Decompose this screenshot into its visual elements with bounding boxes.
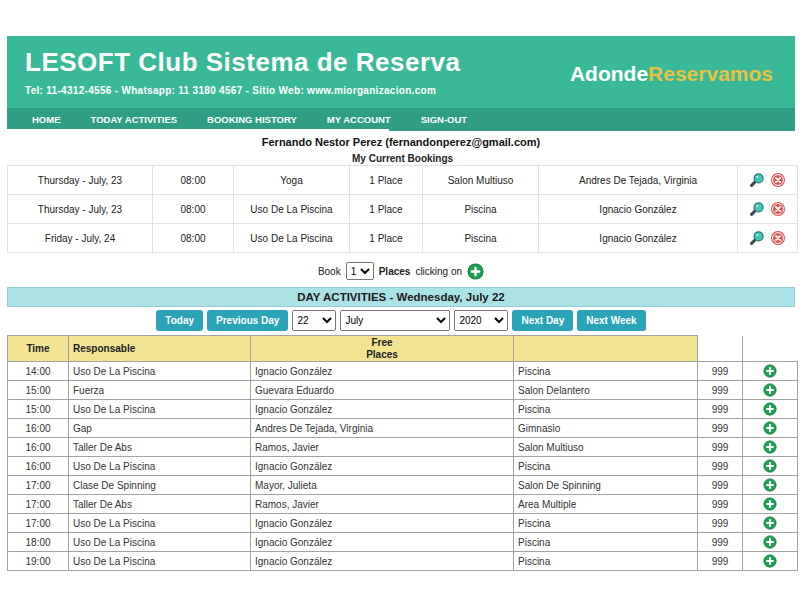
booking-responsible: Ignacio González (539, 195, 738, 224)
booking-location: Piscina (423, 224, 539, 253)
booking-activity: Uso De La Piscina (234, 224, 350, 253)
activity-row: 19:00 Uso De La Piscina Ignacio González… (8, 552, 798, 571)
activity-location: Piscina (514, 400, 698, 419)
nav-item-my-account[interactable]: MY ACCOUNT (312, 114, 406, 125)
booking-location: Piscina (423, 195, 539, 224)
activity-time: 15:00 (8, 381, 69, 400)
green-plus-circle-icon (763, 364, 777, 378)
activity-name: Uso De La Piscina (69, 457, 251, 476)
red-x-circle-icon (770, 230, 786, 246)
activity-responsible: Ignacio González (251, 552, 514, 571)
activity-name: Taller De Abs (69, 438, 251, 457)
activity-responsible: Guevara Eduardo (251, 381, 514, 400)
activity-book-cell (743, 457, 798, 476)
nav-item-today-activities[interactable]: TODAY ACTIVITIES (76, 114, 193, 125)
day-activities-title: DAY ACTIVITIES - Wednesday, July 22 (7, 287, 795, 307)
bookings-title: My Current Bookings (8, 152, 798, 166)
free-label-line1: Free (371, 337, 392, 348)
activity-location: Piscina (514, 514, 698, 533)
activity-row: 17:00 Taller De Abs Ramos, Javier Area M… (8, 495, 798, 514)
previous-day-button[interactable]: Previous Day (207, 310, 288, 331)
activity-location: Gimnasio (514, 419, 698, 438)
cancel-booking-button[interactable] (770, 230, 786, 246)
activity-location: Piscina (514, 552, 698, 571)
nav-underline (7, 129, 389, 131)
booking-places: 1 Place (350, 195, 423, 224)
book-activity-button[interactable] (763, 364, 777, 378)
activity-responsible: Mayor, Julieta (251, 476, 514, 495)
activity-location: Piscina (514, 533, 698, 552)
book-activity-button[interactable] (763, 535, 777, 549)
booking-places: 1 Place (350, 224, 423, 253)
cancel-booking-button[interactable] (770, 172, 786, 188)
view-booking-button[interactable] (749, 172, 765, 188)
book-activity-button[interactable] (763, 478, 777, 492)
column-header-blank-free-count (698, 336, 743, 362)
booking-places: 1 Place (350, 166, 423, 195)
activity-name: Uso De La Piscina (69, 400, 251, 419)
book-activity-button[interactable] (763, 421, 777, 435)
book-activity-button[interactable] (763, 497, 777, 511)
book-activity-button[interactable] (763, 440, 777, 454)
booking-activity: Uso De La Piscina (234, 195, 350, 224)
booking-location: Salon Multiuso (423, 166, 539, 195)
next-week-button[interactable]: Next Week (577, 310, 645, 331)
activity-location: Salon Multiuso (514, 438, 698, 457)
booking-responsible: Ignacio González (539, 224, 738, 253)
next-day-button[interactable]: Next Day (512, 310, 573, 331)
today-button[interactable]: Today (156, 310, 203, 331)
nav-item-home[interactable]: HOME (17, 114, 76, 125)
year-select[interactable]: 2020 (454, 310, 508, 331)
activity-row: 17:00 Clase De Spinning Mayor, Julieta S… (8, 476, 798, 495)
book-activity-button[interactable] (763, 459, 777, 473)
activity-book-cell (743, 495, 798, 514)
column-header-responsable: Responsable (69, 336, 251, 362)
view-booking-button[interactable] (749, 230, 765, 246)
activity-name: Clase De Spinning (69, 476, 251, 495)
activity-book-cell (743, 400, 798, 419)
day-select[interactable]: 22 (292, 310, 336, 331)
booking-time: 08:00 (153, 224, 234, 253)
places-count-select[interactable]: 1 (346, 262, 374, 280)
activity-time: 17:00 (8, 476, 69, 495)
view-booking-button[interactable] (749, 201, 765, 217)
activity-row: 18:00 Uso De La Piscina Ignacio González… (8, 533, 798, 552)
nav-item-booking-history[interactable]: BOOKING HISTORY (192, 114, 312, 125)
activity-book-cell (743, 533, 798, 552)
booking-date: Friday - July, 24 (8, 224, 153, 253)
activity-name: Taller De Abs (69, 495, 251, 514)
places-label: Places (379, 266, 411, 277)
column-header-blank-book (743, 336, 798, 362)
column-header-location (514, 336, 698, 362)
activity-free-places: 999 (698, 419, 743, 438)
cancel-booking-button[interactable] (770, 201, 786, 217)
month-select[interactable]: July (340, 310, 450, 331)
activity-book-cell (743, 362, 798, 381)
book-activity-button[interactable] (763, 554, 777, 568)
column-header-time: Time (8, 336, 69, 362)
activity-name: Fuerza (69, 381, 251, 400)
activity-name: Uso De La Piscina (69, 362, 251, 381)
activity-row: 14:00 Uso De La Piscina Ignacio González… (8, 362, 798, 381)
green-plus-circle-icon (763, 402, 777, 416)
book-activity-button[interactable] (763, 402, 777, 416)
activity-location: Piscina (514, 362, 698, 381)
activity-free-places: 999 (698, 457, 743, 476)
activity-book-cell (743, 438, 798, 457)
bookings-table: My Current Bookings Thursday - July, 23 … (7, 152, 798, 253)
red-x-circle-icon (770, 201, 786, 217)
book-activity-button[interactable] (763, 383, 777, 397)
activity-name: Uso De La Piscina (69, 514, 251, 533)
activity-book-cell (743, 476, 798, 495)
activity-free-places: 999 (698, 362, 743, 381)
booking-row: Friday - July, 24 08:00 Uso De La Piscin… (8, 224, 798, 253)
nav-item-sign-out[interactable]: SIGN-OUT (406, 114, 482, 125)
activities-table-body: 14:00 Uso De La Piscina Ignacio González… (8, 362, 798, 571)
magnifier-icon (749, 172, 765, 188)
activity-name: Gap (69, 419, 251, 438)
booking-actions (738, 224, 798, 253)
activity-name: Uso De La Piscina (69, 533, 251, 552)
activity-responsible: Ignacio González (251, 533, 514, 552)
book-activity-button[interactable] (763, 516, 777, 530)
activity-responsible: Ignacio González (251, 514, 514, 533)
